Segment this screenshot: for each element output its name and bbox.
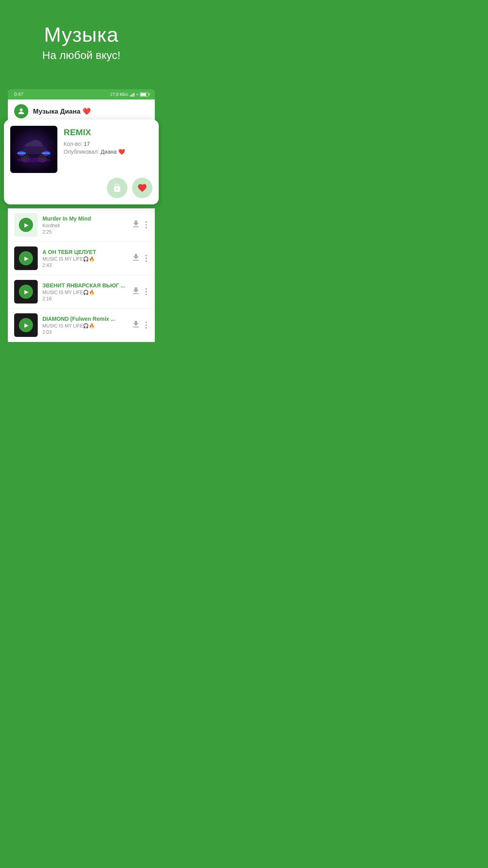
track-artist: MUSIC IS MY LIFE🎧🔥 [42,256,127,262]
track-actions [131,253,149,264]
signal-icon [130,92,134,97]
play-button[interactable]: ▶ [19,285,33,299]
download-button[interactable] [131,253,141,264]
track-artist: MUSIC IS MY LIFE🎧🔥 [42,323,127,329]
track-actions [131,219,149,231]
more-options-button[interactable] [144,320,149,330]
track-thumbnail: ▶ [14,313,38,337]
track-info: DIAMOND (Fulwen Remix ... MUSIC IS MY LI… [42,316,127,335]
track-info: ЗВЕНИТ ЯНВАРСКАЯ ВЬЮГ ... MUSIC IS MY LI… [42,282,127,302]
track-thumbnail: ▶ [14,246,38,270]
track-title: ЗВЕНИТ ЯНВАРСКАЯ ВЬЮГ ... [42,282,127,289]
download-button[interactable] [131,286,141,298]
track-thumbnail: ▶ [14,280,38,303]
track-duration: 2:03 [42,329,127,335]
download-button[interactable] [131,219,141,231]
more-options-button[interactable] [144,220,149,230]
more-options-button[interactable] [144,287,149,297]
popup-author: Опубликовал: Диана ❤️ [64,149,152,155]
like-button[interactable] [132,178,152,198]
user-avatar [14,104,28,118]
svg-rect-6 [42,153,50,154]
track-item: ▶ Murder In My Mind Kordhell 2:25 [8,208,155,242]
status-time: 0:47 [14,92,23,97]
track-actions [131,286,149,298]
svg-point-0 [20,108,22,111]
playlist-name: REMIX [64,127,152,138]
track-actions [131,320,149,331]
popup-actions [10,178,152,198]
play-button[interactable]: ▶ [19,251,33,265]
svg-rect-5 [17,153,26,154]
track-duration: 2:43 [42,263,127,268]
track-duration: 2:25 [42,229,127,235]
status-bar: 0:47 27,8 КБ/с ≈ [8,89,155,99]
track-duration: 2:16 [42,296,127,302]
popup-count: Кол-во: 17 [64,141,152,147]
play-button[interactable]: ▶ [19,318,33,332]
playlist-album-art [10,126,57,173]
track-title: DIAMOND (Fulwen Remix ... [42,316,127,322]
track-artist: MUSIC IS MY LIFE🎧🔥 [42,290,127,295]
track-info: Murder In My Mind Kordhell 2:25 [42,215,127,235]
phone-mockup: 0:47 27,8 КБ/с ≈ Музыка Диана ❤️ [0,77,163,342]
share-button[interactable] [107,178,127,198]
track-artist: Kordhell [42,223,127,228]
more-options-button[interactable] [144,253,149,263]
app-header-title: Музыка Диана ❤️ [33,107,91,116]
track-title: Murder In My Mind [42,215,127,222]
data-speed: 27,8 КБ/с [110,92,128,97]
track-list: ▶ Murder In My Mind Kordhell 2:25 [8,208,155,342]
svg-point-11 [17,158,50,162]
track-title: А ОН ТЕБЯ ЦЕЛУЕТ [42,249,127,255]
download-button[interactable] [131,320,141,331]
wifi-icon: ≈ [136,92,138,97]
track-item: ▶ DIAMOND (Fulwen Remix ... MUSIC IS MY … [8,309,155,342]
track-item: ▶ А ОН ТЕБЯ ЦЕЛУЕТ MUSIC IS MY LIFE🎧🔥 2:… [8,242,155,275]
playlist-popup-card: REMIX Кол-во: 17 Опубликовал: Диана ❤️ [4,120,159,204]
track-info: А ОН ТЕБЯ ЦЕЛУЕТ MUSIC IS MY LIFE🎧🔥 2:43 [42,249,127,268]
hero-subtitle: На любой вкус! [8,49,155,62]
hero-section: Музыка На любой вкус! [0,0,163,77]
battery-icon [140,92,149,97]
playlist-info: REMIX Кол-во: 17 Опубликовал: Диана ❤️ [64,126,152,155]
track-thumbnail: ▶ [14,213,38,237]
play-button[interactable]: ▶ [19,218,33,232]
track-item: ▶ ЗВЕНИТ ЯНВАРСКАЯ ВЬЮГ ... MUSIC IS MY … [8,275,155,309]
hero-title: Музыка [8,24,155,46]
status-right: 27,8 КБ/с ≈ [110,92,149,97]
